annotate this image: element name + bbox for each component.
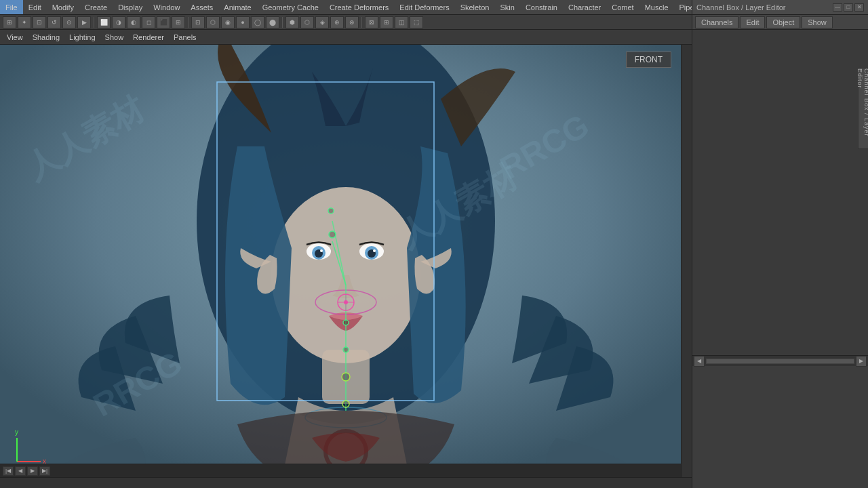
toolbar-btn-11[interactable]: ⬛ bbox=[157, 16, 170, 28]
timeline-prev[interactable]: |◀ bbox=[3, 466, 14, 476]
toolbar-btn-22[interactable]: ⊕ bbox=[330, 16, 344, 28]
toolbar-btn-13[interactable]: ⊡ bbox=[191, 16, 205, 28]
svg-point-25 bbox=[343, 347, 349, 352]
svg-text:y: y bbox=[15, 428, 18, 436]
attr-tab-label: Channel Box / Layer Editor bbox=[856, 68, 868, 148]
toolbar-btn-26[interactable]: ◫ bbox=[395, 16, 408, 28]
scroll-thumb[interactable] bbox=[706, 359, 854, 364]
subtoolbar-shading[interactable]: Shading bbox=[28, 30, 64, 44]
toolbar-btn-9[interactable]: ◐ bbox=[127, 16, 140, 28]
menu-edit-deformers[interactable]: Edit Deformers bbox=[394, 0, 454, 14]
menu-create[interactable]: Create bbox=[79, 0, 113, 14]
panel-scrollbar[interactable]: ◀ ▶ bbox=[692, 355, 868, 366]
subtoolbar-renderer[interactable]: Renderer bbox=[129, 30, 168, 44]
toolbar-sep-3 bbox=[282, 17, 283, 28]
menu-modify[interactable]: Modify bbox=[47, 0, 79, 14]
channel-box-title: Channel Box / Layer Editor bbox=[696, 3, 785, 12]
menu-skin[interactable]: Skin bbox=[494, 0, 519, 14]
toolbar-sep-4 bbox=[361, 17, 362, 28]
svg-point-29 bbox=[328, 208, 334, 214]
toolbar-btn-25[interactable]: ⊞ bbox=[380, 16, 393, 28]
channel-box-content bbox=[692, 30, 868, 355]
menu-character[interactable]: Character bbox=[563, 0, 606, 14]
timeline-fwd[interactable]: ▶| bbox=[39, 466, 50, 476]
subtoolbar-view[interactable]: View bbox=[3, 30, 27, 44]
toolbar-btn-16[interactable]: ● bbox=[236, 16, 250, 28]
timeline: |◀ ◀ ▶ ▶| bbox=[0, 464, 692, 477]
toolbar-btn-6[interactable]: ▶ bbox=[77, 16, 91, 28]
toolbar-btn-3[interactable]: ⊡ bbox=[33, 16, 46, 28]
scroll-right[interactable]: ▶ bbox=[856, 356, 867, 367]
toolbar-btn-19[interactable]: ⬢ bbox=[285, 16, 299, 28]
panel-close[interactable]: ✕ bbox=[854, 3, 864, 12]
menu-skeleton[interactable]: Skeleton bbox=[455, 0, 495, 14]
menu-display[interactable]: Display bbox=[113, 0, 148, 14]
attr-editor-tab[interactable]: Channel Box / Layer Editor bbox=[858, 68, 868, 149]
toolbar-btn-18[interactable]: ⬤ bbox=[266, 16, 279, 28]
toolbar-btn-21[interactable]: ◈ bbox=[315, 16, 329, 28]
subtoolbar-lighting[interactable]: Lighting bbox=[65, 30, 100, 44]
toolbar-sep-1 bbox=[94, 17, 94, 28]
tab-edit[interactable]: Edit bbox=[740, 16, 765, 28]
svg-point-26 bbox=[342, 373, 350, 381]
toolbar-btn-5[interactable]: ⊙ bbox=[62, 16, 76, 28]
svg-point-24 bbox=[343, 320, 349, 325]
channel-box-tabs: Channels Edit Object Show bbox=[692, 15, 868, 30]
menu-muscle[interactable]: Muscle bbox=[639, 0, 674, 14]
channel-box-header: Channel Box / Layer Editor — □ ✕ bbox=[692, 0, 868, 15]
toolbar-btn-1[interactable]: ⊞ bbox=[3, 16, 16, 28]
subtoolbar-panels[interactable]: Panels bbox=[170, 30, 201, 44]
menu-window[interactable]: Window bbox=[148, 0, 185, 14]
toolbar-btn-12[interactable]: ⊞ bbox=[172, 16, 185, 28]
panel-minimize[interactable]: — bbox=[833, 3, 842, 12]
timeline-play[interactable]: ▶ bbox=[27, 466, 38, 476]
toolbar-btn-23[interactable]: ⊗ bbox=[345, 16, 359, 28]
menu-assets[interactable]: Assets bbox=[185, 0, 218, 14]
svg-point-10 bbox=[320, 249, 323, 252]
toolbar-btn-7[interactable]: ⬜ bbox=[97, 16, 111, 28]
toolbar-btn-15[interactable]: ◉ bbox=[221, 16, 235, 28]
menu-create-deformers[interactable]: Create Deformers bbox=[324, 0, 394, 14]
subtoolbar-show[interactable]: Show bbox=[101, 30, 128, 44]
viewport[interactable]: x y 人人素材 人人素材 RRCG RRCG FRONT |◀ ◀ ▶ ▶| bbox=[0, 45, 692, 488]
svg-point-27 bbox=[342, 401, 349, 407]
menu-animate[interactable]: Animate bbox=[218, 0, 256, 14]
toolbar-btn-4[interactable]: ↺ bbox=[47, 16, 61, 28]
tab-show[interactable]: Show bbox=[802, 16, 833, 28]
scroll-left[interactable]: ◀ bbox=[694, 356, 705, 367]
right-panel: Channel Box / Layer Editor — □ ✕ Channel… bbox=[692, 0, 868, 488]
menu-geometry-cache[interactable]: Geometry Cache bbox=[257, 0, 324, 14]
viewport-scrollbar-v[interactable] bbox=[681, 45, 692, 477]
svg-point-28 bbox=[329, 231, 336, 238]
toolbar-btn-20[interactable]: ⬡ bbox=[300, 16, 314, 28]
toolbar-btn-17[interactable]: ◯ bbox=[251, 16, 264, 28]
toolbar-sep-2 bbox=[188, 17, 189, 28]
character-render: x y 人人素材 人人素材 RRCG RRCG bbox=[0, 45, 692, 488]
toolbar-btn-2[interactable]: ✦ bbox=[18, 16, 31, 28]
menu-comet[interactable]: Comet bbox=[606, 0, 639, 14]
viewport-scrollbar-h[interactable] bbox=[0, 477, 692, 488]
viewport-label: FRONT bbox=[626, 52, 671, 68]
toolbar-btn-14[interactable]: ⬡ bbox=[206, 16, 220, 28]
menu-edit[interactable]: Edit bbox=[23, 0, 47, 14]
toolbar-btn-10[interactable]: ◻ bbox=[142, 16, 155, 28]
tab-channels[interactable]: Channels bbox=[695, 16, 738, 28]
panel-maximize[interactable]: □ bbox=[844, 3, 853, 12]
toolbar-btn-27[interactable]: ⬚ bbox=[410, 16, 423, 28]
timeline-back[interactable]: ◀ bbox=[15, 466, 26, 476]
menu-file[interactable]: File bbox=[0, 0, 23, 14]
viewport-subtoolbar: View Shading Lighting Show Renderer Pane… bbox=[0, 30, 692, 45]
toolbar-btn-24[interactable]: ⊠ bbox=[365, 16, 378, 28]
main-toolbar: ⊞ ✦ ⊡ ↺ ⊙ ▶ ⬜ ◑ ◐ ◻ ⬛ ⊞ ⊡ ⬡ ◉ ● ◯ ⬤ ⬢ ⬡ … bbox=[0, 15, 692, 30]
menu-constrain[interactable]: Constrain bbox=[520, 0, 563, 14]
tab-object[interactable]: Object bbox=[766, 16, 800, 28]
svg-point-11 bbox=[373, 249, 376, 252]
toolbar-btn-8[interactable]: ◑ bbox=[112, 16, 125, 28]
